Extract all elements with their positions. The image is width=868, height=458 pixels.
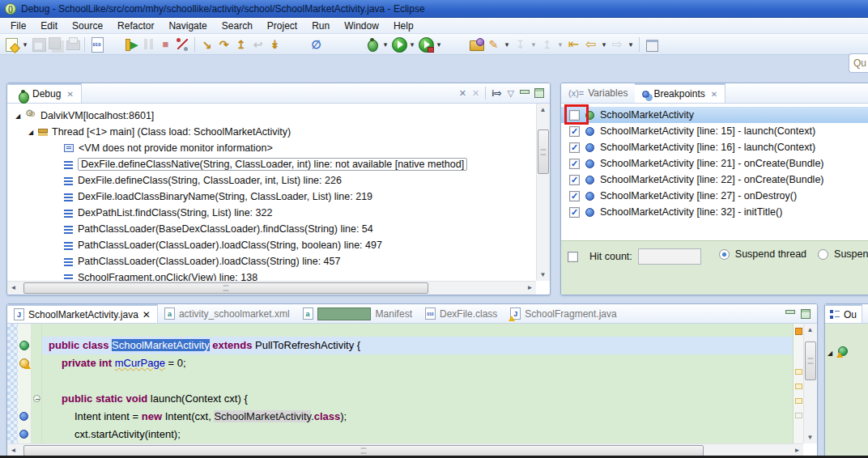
menu-file[interactable]: File [3,19,33,33]
tab-debug[interactable]: Debug ✕ [7,83,82,103]
breakpoint-marker-icon[interactable] [19,430,28,439]
menu-edit[interactable]: Edit [33,19,65,33]
menu-project[interactable]: Project [260,19,304,33]
breakpoint-row[interactable]: ✓SchoolMarketActivity [line: 27] - onDes… [561,188,868,204]
back-icon[interactable]: ⇦ [582,36,599,53]
debug-icon[interactable] [364,36,381,53]
run-icon[interactable] [390,36,407,53]
run-dropdown-icon[interactable]: ▾ [407,36,417,53]
print-icon[interactable] [64,36,81,53]
debug-stack-row[interactable]: DexFile.loadClassBinaryName(String, Clas… [7,189,536,205]
breakpoint-checkbox[interactable]: ✓ [569,191,580,201]
editor-folding-column[interactable] [32,324,42,443]
skip-all-breakpoints-icon[interactable]: ∅ [308,36,325,53]
view-menu-icon[interactable]: ▽ [508,88,514,99]
breakpoint-row[interactable]: ✓SchoolMarketActivity [line: 22] - onCre… [561,172,868,188]
scroll-right-arrow[interactable]: ► [791,444,803,456]
previous-annotation-icon[interactable]: ↥ [538,36,555,53]
breakpoint-row[interactable]: ✓SchoolMarketActivity [line: 21] - onCre… [561,155,868,172]
debug-vertical-scrollbar[interactable]: ▲ ▼ [536,104,550,281]
scroll-thumb[interactable] [23,445,704,456]
close-icon[interactable]: ✕ [711,90,717,99]
overview-mark[interactable] [795,384,802,389]
debug-stack-row[interactable]: DexFile.defineClassNative(String, ClassL… [7,156,536,172]
external-tools-dropdown-icon[interactable]: ▾ [434,36,444,53]
editor-overview-ruler[interactable] [793,324,803,443]
step-return-icon[interactable]: ↥ [232,36,249,53]
menu-source[interactable]: Source [65,19,110,33]
editor-tab-schoolfragment-java[interactable]: JSchoolFragment.java [504,304,623,323]
show-debug-context-icon[interactable]: i⇨ [491,88,501,99]
close-icon[interactable]: ✕ [66,90,73,99]
fold-marker-icon[interactable] [33,395,40,402]
breakpoint-row[interactable]: SchoolMarketActivity [561,107,868,123]
scroll-left-arrow[interactable]: ◄ [7,282,19,294]
save-all-icon[interactable] [47,36,64,53]
remove-terminated-icon[interactable]: ✕ [459,88,466,99]
menu-help[interactable]: Help [386,19,421,33]
previous-annotation-dropdown-icon[interactable]: ▾ [555,36,565,53]
tab-outline[interactable]: Ou [825,304,862,323]
breakpoint-checkbox[interactable]: ✓ [569,126,580,137]
scroll-down-arrow[interactable]: ▼ [537,269,549,281]
tab-variables[interactable]: (x)= Variables [561,83,635,103]
suspend-thread-radio[interactable] [719,249,730,260]
scroll-up-arrow[interactable]: ▲ [537,104,549,116]
expand-arrow-icon[interactable]: ◢ [828,350,832,357]
minimize-icon[interactable] [520,90,529,97]
code-line[interactable]: Intent intent = new Intent(cxt, SchoolMa… [42,408,793,426]
code-line[interactable]: public static void launch(Context cxt) { [42,390,793,408]
tab-breakpoints[interactable]: Breakpoints ✕ [635,83,725,103]
scroll-thumb[interactable] [538,129,549,174]
overview-mark[interactable] [795,398,802,404]
editor-marker-ruler[interactable] [18,324,32,443]
code-line[interactable]: private int mCurPage = 0; [42,354,793,372]
breakpoint-marker-icon[interactable] [19,412,28,421]
mark-occurrences-icon[interactable]: ✎ [485,36,502,53]
menu-search[interactable]: Search [215,19,260,33]
next-annotation-icon[interactable]: ↧ [512,36,529,53]
debug-horizontal-scrollbar[interactable]: ◄ ► [7,281,536,295]
maximize-icon[interactable] [801,309,811,319]
class-load-marker-icon[interactable] [19,341,29,350]
breakpoint-checkbox[interactable]: ✓ [569,159,580,169]
disconnect-icon[interactable]: ✕ [472,88,479,99]
scroll-thumb[interactable] [805,341,816,380]
step-over-icon[interactable]: ↷ [215,36,232,53]
debug-stack-row[interactable]: PathClassLoader(ClassLoader).loadClass(S… [7,237,536,253]
back-dropdown-icon[interactable]: ▾ [599,36,609,53]
scroll-left-arrow[interactable]: ◄ [7,444,19,456]
scroll-thumb[interactable] [23,282,428,294]
last-edit-location-icon[interactable]: ⇤ [565,36,582,53]
breakpoint-row[interactable]: ✓SchoolMarketActivity [line: 16] - launc… [561,139,868,155]
step-into-icon[interactable]: ↘ [198,36,215,53]
menu-run[interactable]: Run [304,19,337,33]
restore-window-icon[interactable] [643,36,660,53]
quick-access-box[interactable]: Qu [849,53,868,73]
code-editor[interactable]: public class SchoolMarketActivity extend… [42,324,793,443]
expand-arrow-icon[interactable]: ◢ [14,112,22,120]
save-icon[interactable] [30,36,47,53]
scroll-down-arrow[interactable]: ▼ [804,431,816,443]
debug-stack-row[interactable]: DexFile.defineClass(String, ClassLoader,… [7,172,536,189]
code-line[interactable]: public class SchoolMarketActivity extend… [42,337,793,354]
suspend-icon[interactable] [140,36,157,53]
editor-vertical-scrollbar[interactable]: ▲ ▼ [803,324,817,443]
maximize-icon[interactable] [534,88,544,98]
menu-window[interactable]: Window [337,19,386,33]
overview-mark[interactable] [795,413,802,418]
use-step-filters-icon[interactable]: ↡ [266,36,283,53]
overview-mark[interactable] [795,369,802,375]
debug-stack-row[interactable]: PathClassLoader(ClassLoader).loadClass(S… [7,253,536,269]
minimize-icon[interactable] [785,310,794,317]
editor-tab-manifest[interactable]: aManifest [296,304,419,323]
editor-tab-dexfile-class[interactable]: 010DexFile.class [419,304,504,323]
drop-to-frame-icon[interactable]: ↩ [249,36,266,53]
breakpoint-checkbox[interactable]: ✓ [569,207,580,218]
resume-icon[interactable]: ▶ [123,36,140,53]
warning-marker-icon[interactable] [19,358,29,368]
new-wizard-dropdown-icon[interactable]: ▾ [20,36,30,53]
debug-stack-row[interactable]: <VM does not provide monitor information… [7,140,536,156]
editor-tab-activity-schoolmarket-xml[interactable]: aactivity_schoolmarket.xml [158,304,296,323]
menu-navigate[interactable]: Navigate [161,19,214,33]
